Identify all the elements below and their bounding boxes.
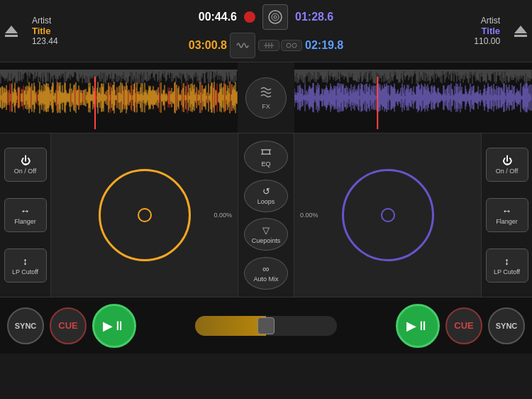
right-onoff-label: On / Off	[496, 168, 518, 175]
fx-label: FX	[262, 103, 270, 110]
deck-right[interactable]: 0.00%	[294, 133, 481, 297]
svg-point-1	[272, 13, 279, 21]
bottom-center-icons	[258, 40, 302, 51]
play-left-button[interactable]: ▶⏸	[92, 304, 136, 348]
crossfader-track[interactable]	[195, 316, 337, 336]
automix-icon: ∞	[262, 263, 269, 274]
right-bpm: 110.00	[420, 36, 500, 46]
cuepoints-button[interactable]: ▽ Cuepoints	[244, 218, 288, 251]
left-flanger-button[interactable]: ↔ Flanger	[4, 198, 47, 232]
wave-icon	[235, 38, 250, 53]
svg-point-7	[287, 43, 291, 48]
power-icon-left: ⏻	[21, 155, 31, 166]
right-lpcutoff-button[interactable]: ↕ LP Cutoff	[486, 248, 528, 283]
eq-label: EQ	[261, 160, 270, 168]
right-fx-buttons: ⏻ On / Off ↔ Flanger ↕ LP Cutoff	[481, 133, 532, 297]
eq-icon-box[interactable]	[258, 40, 279, 51]
jog-wheel-right[interactable]	[342, 169, 434, 261]
right-title: Title	[420, 26, 500, 36]
left-transport: SYNC CUE ▶⏸	[7, 304, 136, 348]
svg-point-0	[269, 11, 282, 23]
crossfader-fill	[195, 316, 266, 336]
svg-point-8	[292, 43, 297, 48]
cue-left-button[interactable]: CUE	[50, 307, 87, 344]
automix-button[interactable]: ∞ Auto Mix	[244, 257, 288, 290]
fx-button[interactable]: FX	[245, 77, 287, 119]
left-title: Title	[32, 26, 112, 36]
sync-icon	[285, 41, 298, 50]
eq-icon	[262, 41, 275, 50]
sync-left-label: SYNC	[15, 322, 37, 330]
left-pitch-percent: 0.00%	[214, 212, 232, 219]
jog-inner-left	[138, 208, 152, 222]
right-deck-info: Artist Title 110.00	[411, 11, 509, 50]
record-button[interactable]	[244, 11, 255, 23]
right-time-elapsed: 01:28.6	[295, 11, 333, 23]
pitch-slider-left[interactable]: 0.00%	[214, 212, 232, 219]
waveform-center-col: FX	[238, 62, 294, 133]
sync-right-label: SYNC	[496, 322, 518, 330]
left-onoff-button[interactable]: ⏻ On / Off	[4, 148, 47, 182]
waveform-left[interactable]	[0, 62, 238, 133]
top-bar: Artist Title 123.44 00:44.6 01:28.6 03:0…	[0, 0, 532, 62]
power-icon-right: ⏻	[502, 155, 512, 166]
waveform-left-canvas	[0, 62, 238, 133]
center-top-controls: 00:44.6 01:28.6 03:00.8	[121, 4, 411, 58]
left-flanger-label: Flanger	[14, 218, 36, 225]
deck-left[interactable]: 0.00%	[51, 133, 238, 297]
sync-right-button[interactable]: SYNC	[488, 307, 525, 344]
right-onoff-button[interactable]: ⏻ On / Off	[486, 148, 528, 182]
left-bpm: 123.44	[32, 36, 112, 46]
jog-wheel-left[interactable]	[99, 169, 191, 261]
loops-button[interactable]: ↺ Loops	[244, 180, 288, 212]
flanger-icon-right: ↔	[502, 205, 512, 217]
eq-center-icon	[260, 147, 272, 159]
svg-point-2	[274, 16, 277, 18]
left-time-elapsed: 00:44.6	[199, 11, 237, 23]
right-flanger-label: Flanger	[496, 218, 518, 225]
eq-button[interactable]: EQ	[244, 141, 288, 173]
right-lpcutoff-label: LP Cutoff	[494, 268, 520, 275]
waveform-right[interactable]	[294, 62, 532, 133]
bottom-bar: SYNC CUE ▶⏸ ▶⏸ CUE SYNC	[0, 297, 532, 354]
cuepoints-label: Cuepoints	[252, 237, 281, 244]
left-lpcutoff-label: LP Cutoff	[12, 268, 38, 275]
right-pitch-percent: 0.00%	[300, 212, 318, 219]
cue-right-label: CUE	[454, 320, 473, 331]
middle-section: ⏻ On / Off ↔ Flanger ↕ LP Cutoff 0.00%	[0, 133, 532, 297]
right-flanger-button[interactable]: ↔ Flanger	[486, 198, 528, 232]
cue-right-button[interactable]: CUE	[445, 307, 482, 344]
right-time-remaining: 02:19.8	[305, 39, 343, 52]
vinyl-icon	[267, 9, 283, 25]
loops-icon: ↺	[262, 186, 270, 197]
left-onoff-label: On / Off	[14, 168, 36, 175]
crossfader-section	[136, 316, 396, 336]
left-artist: Artist	[32, 16, 112, 26]
wave-icon-box[interactable]	[230, 33, 255, 58]
right-transport: ▶⏸ CUE SYNC	[396, 304, 525, 348]
eject-right-button[interactable]	[511, 21, 529, 42]
cue-left-label: CUE	[58, 320, 77, 331]
vinyl-icon-box[interactable]	[262, 4, 288, 30]
pitch-slider-right[interactable]: 0.00%	[300, 212, 318, 219]
lpcutoff-icon-right: ↕	[504, 256, 509, 267]
automix-label: Auto Mix	[253, 275, 278, 283]
loops-label: Loops	[257, 198, 275, 205]
flanger-icon-left: ↔	[21, 205, 31, 217]
lpcutoff-icon-left: ↕	[23, 256, 28, 267]
right-artist: Artist	[420, 16, 500, 26]
waveform-section: FX	[0, 62, 532, 133]
play-right-button[interactable]: ▶⏸	[396, 304, 440, 348]
left-lpcutoff-button[interactable]: ↕ LP Cutoff	[4, 248, 47, 283]
fx-icon	[259, 85, 273, 102]
eject-left-button[interactable]	[3, 21, 21, 42]
sync-icon-box[interactable]	[281, 40, 302, 51]
crossfader-knob[interactable]	[257, 317, 275, 334]
center-fx-col: EQ ↺ Loops ▽ Cuepoints ∞ Auto Mix	[238, 133, 294, 297]
cuepoints-icon: ▽	[262, 225, 270, 236]
sync-left-button[interactable]: SYNC	[7, 307, 44, 344]
waveform-right-canvas	[294, 62, 532, 133]
jog-inner-right	[381, 208, 395, 222]
left-deck-info: Artist Title 123.44	[23, 11, 121, 50]
play-left-icon: ▶⏸	[103, 318, 126, 334]
